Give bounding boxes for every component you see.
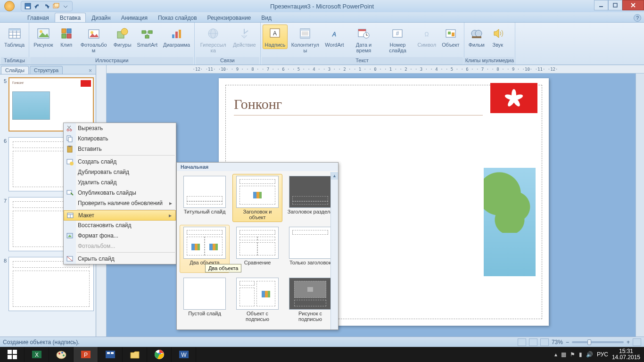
layout-section-header[interactable]: Заголовок раздела	[285, 174, 335, 222]
btn-picture[interactable]: Рисунок	[31, 25, 56, 49]
menu-paste[interactable]: Вставить	[64, 144, 176, 154]
content-icon	[191, 244, 200, 250]
qat-undo[interactable]	[33, 2, 41, 10]
btn-chart[interactable]: Диаграмма	[161, 25, 192, 49]
tab-outline[interactable]: Структура	[30, 66, 63, 74]
qat-redo[interactable]	[43, 2, 50, 10]
btn-datetime[interactable]: Дата и время	[347, 25, 380, 55]
view-normal[interactable]	[518, 338, 526, 346]
btn-clip[interactable]: Клип	[57, 25, 76, 49]
qat-save[interactable]	[24, 2, 32, 10]
office-button[interactable]	[0, 0, 19, 12]
tab-insert[interactable]: Вставка	[55, 13, 86, 22]
menu-format-bg[interactable]: Формат фона...	[64, 230, 176, 241]
btn-headerfooter[interactable]: Колонтитулы	[289, 25, 322, 55]
menu-del-slide[interactable]: Удалить слайд	[64, 177, 176, 188]
btn-symbol[interactable]: ΩСимвол	[415, 25, 438, 49]
zoom-in[interactable]: +	[627, 339, 630, 346]
slide-flag[interactable]	[490, 83, 537, 113]
flyout-scrollbar[interactable]: ▲	[330, 172, 338, 329]
tab-animation[interactable]: Анимация	[116, 13, 152, 22]
task-paint[interactable]	[49, 347, 74, 362]
view-sorter[interactable]	[529, 338, 537, 346]
tab-design[interactable]: Дизайн	[87, 13, 115, 22]
tab-review[interactable]: Рецензирование	[203, 13, 256, 22]
svg-text:X: X	[34, 352, 38, 358]
thumb-8[interactable]	[8, 257, 94, 311]
menu-check-upd[interactable]: Проверить наличие обновлений▸	[64, 198, 176, 208]
tab-home[interactable]: Главная	[23, 13, 54, 22]
help-button[interactable]: ?	[634, 14, 641, 22]
btn-object[interactable]: Объект	[439, 25, 462, 49]
menu-cut[interactable]: Вырезать	[64, 123, 176, 133]
zoom-out[interactable]: −	[566, 339, 569, 346]
layout-title-only[interactable]: Только заголовок	[285, 225, 335, 273]
tray-network-icon[interactable]: ▮	[579, 351, 582, 358]
btn-smartart[interactable]: SmartArt	[135, 25, 160, 49]
btn-slidenum[interactable]: #Номер слайда	[381, 25, 414, 55]
btn-album[interactable]: Фотоальбом	[77, 25, 110, 55]
tray-volume-icon[interactable]: 🔊	[586, 351, 593, 358]
start-button[interactable]	[0, 347, 25, 362]
textbox-icon: A	[267, 26, 282, 41]
svg-rect-59	[68, 137, 72, 142]
minimize-button[interactable]	[594, 0, 608, 10]
slide-map[interactable]	[484, 168, 536, 276]
menu-copy[interactable]: Копировать	[64, 133, 176, 144]
btn-wordart[interactable]: AWordArt	[322, 25, 346, 49]
svg-text:A: A	[273, 30, 277, 37]
btn-table[interactable]: Таблица	[2, 25, 27, 49]
sound-icon	[490, 26, 505, 41]
maximize-button[interactable]	[608, 0, 622, 10]
view-slideshow[interactable]	[540, 338, 549, 346]
btn-hyperlink[interactable]: Гиперссылка	[197, 25, 230, 55]
layout-title-content[interactable]: Заголовок и объект	[232, 174, 282, 222]
slide-title[interactable]: Гонконг	[234, 96, 282, 112]
btn-sound[interactable]: Звук	[488, 25, 508, 49]
scroll-up-icon[interactable]: ▲	[331, 172, 338, 180]
zoom-thumb[interactable]	[587, 339, 591, 345]
zoom-slider[interactable]	[572, 341, 624, 343]
btn-action[interactable]: Действие	[231, 25, 258, 49]
svg-point-15	[40, 30, 42, 33]
menu-hide[interactable]: Скрыть слайд	[64, 254, 176, 264]
btn-movie[interactable]: Фильм	[466, 25, 487, 49]
fit-window[interactable]	[633, 338, 641, 346]
qat-new-window[interactable]	[52, 2, 60, 10]
tab-view[interactable]: Вид	[256, 13, 276, 22]
menu-reset[interactable]: Восстановить слайд	[64, 220, 176, 230]
task-excel[interactable]: X	[25, 347, 49, 362]
task-chrome[interactable]	[147, 347, 172, 362]
vertical-scrollbar[interactable]	[636, 74, 644, 343]
menu-dup-slide[interactable]: Дублировать слайд	[64, 167, 176, 177]
chevron-right-icon: ▸	[169, 200, 172, 206]
btn-textbox[interactable]: AНадпись	[263, 25, 288, 49]
btn-shapes[interactable]: Фигуры	[111, 25, 134, 49]
tray-clock[interactable]: 15:31 14.07.2015	[612, 348, 640, 361]
tray-lang[interactable]: РУС	[597, 351, 608, 358]
tray-action-icon[interactable]: ▦	[561, 351, 566, 358]
tray-up-icon[interactable]: ▴	[554, 351, 557, 358]
layout-blank[interactable]: Пустой слайд	[180, 276, 230, 324]
layout-picture-caption[interactable]: Рисунок с подписью	[285, 276, 335, 324]
content-icon	[253, 192, 262, 198]
task-explorer[interactable]	[123, 347, 147, 362]
group-tables: Таблица Таблицы	[0, 23, 29, 65]
menu-layout[interactable]: Макет▸	[64, 210, 176, 221]
panel-close[interactable]: ×	[87, 67, 94, 74]
task-powerpoint[interactable]: P	[74, 347, 98, 362]
menu-new-slide[interactable]: Создать слайд	[64, 156, 176, 167]
close-button[interactable]	[622, 0, 644, 10]
thumb-row-8[interactable]: 8	[0, 256, 96, 316]
task-app1[interactable]	[98, 347, 123, 362]
svg-rect-28	[175, 32, 178, 38]
menu-pub-slides[interactable]: Опубликовать слайды	[64, 188, 176, 198]
layout-title-slide[interactable]: Титульный слайд	[180, 174, 230, 222]
layout-content-caption[interactable]: Объект с подписью	[232, 276, 282, 324]
task-word[interactable]: W	[172, 347, 196, 362]
tab-slides[interactable]: Слайды	[1, 66, 29, 74]
svg-point-81	[63, 354, 65, 356]
qat-dropdown[interactable]	[62, 2, 69, 10]
tray-flag-icon[interactable]: ⚑	[570, 351, 575, 358]
tab-slideshow[interactable]: Показ слайдов	[153, 13, 202, 22]
